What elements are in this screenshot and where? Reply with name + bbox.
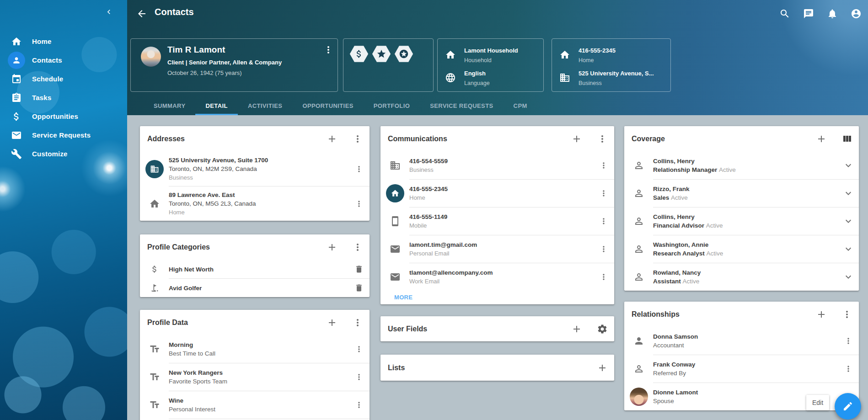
communication-row[interactable]: 416-554-5559 Business xyxy=(380,152,614,179)
more-vert-icon[interactable] xyxy=(354,165,364,174)
add-icon[interactable] xyxy=(816,309,827,320)
language-row[interactable]: English Language xyxy=(438,66,543,89)
sidebar-item-tasks[interactable]: Tasks xyxy=(0,88,127,107)
more-vert-icon[interactable] xyxy=(354,345,364,354)
account-icon[interactable] xyxy=(851,8,862,19)
building-icon xyxy=(559,72,570,83)
profile-data-row[interactable]: New York Rangers Favorite Sports Team xyxy=(140,363,370,391)
tab-opportunities[interactable]: OPPORTUNITIES xyxy=(292,98,363,115)
communication-value: 416-554-5559 xyxy=(409,158,593,165)
gear-icon[interactable] xyxy=(597,324,608,335)
more-vert-icon[interactable] xyxy=(352,133,363,144)
more-vert-icon[interactable] xyxy=(599,161,608,170)
delete-icon[interactable] xyxy=(354,265,364,274)
tab-detail[interactable]: DETAIL xyxy=(195,98,237,115)
more-vert-icon[interactable] xyxy=(354,372,364,382)
star-badge-icon[interactable] xyxy=(372,45,391,63)
profile-data-label: Personal Interest xyxy=(169,406,348,413)
communication-row[interactable]: tlamont@allencompany.com Work Email xyxy=(380,263,614,291)
delete-icon[interactable] xyxy=(354,283,364,292)
contact-avatar[interactable] xyxy=(141,47,161,67)
chevron-down-icon[interactable] xyxy=(843,271,854,282)
coverage-name: Rowland, Nancy xyxy=(653,269,838,276)
more-vert-icon[interactable] xyxy=(354,400,364,409)
household-row[interactable]: Lamont Household Household xyxy=(438,43,543,66)
chevron-down-icon[interactable] xyxy=(843,188,854,199)
profile-categories-card-header: Profile Categories xyxy=(140,234,370,260)
chevron-down-icon[interactable] xyxy=(843,244,854,255)
more-vert-icon[interactable] xyxy=(352,317,363,328)
more-vert-icon[interactable] xyxy=(844,336,853,346)
address-row[interactable]: 525 University Avenue, S... Business xyxy=(552,66,670,89)
profile-category-row[interactable]: Avid Golfer xyxy=(140,279,370,297)
sidebar-item-opportunities[interactable]: Opportunities xyxy=(0,107,127,126)
more-vert-icon[interactable] xyxy=(599,189,608,198)
tab-cpm[interactable]: CPM xyxy=(504,98,537,115)
more-vert-icon[interactable] xyxy=(841,309,852,320)
profile-data-row[interactable]: Morning Best Time to Call xyxy=(140,335,370,363)
add-icon[interactable] xyxy=(597,362,608,373)
wrench-icon xyxy=(8,145,25,163)
communication-row[interactable]: 416-555-2345 Home xyxy=(380,180,614,207)
sidebar-item-service-requests[interactable]: Service Requests xyxy=(0,126,127,144)
communication-value: tlamont@allencompany.com xyxy=(409,269,593,276)
home-icon xyxy=(559,49,570,60)
sidebar-item-label: Customize xyxy=(32,150,68,158)
tab-service-requests[interactable]: SERVICE REQUESTS xyxy=(420,98,503,115)
more-vert-icon[interactable] xyxy=(844,364,853,373)
sidebar-item-home[interactable]: Home xyxy=(0,32,127,51)
coverage-row[interactable]: Rowland, Nancy Assistant Active xyxy=(624,263,859,291)
more-vert-icon[interactable] xyxy=(599,272,608,282)
address-row[interactable]: 525 University Avenue, Suite 1700 Toront… xyxy=(140,152,370,186)
address-row[interactable]: 89 Lawrence Ave. East Toronto, ON, M5G 2… xyxy=(140,186,370,221)
columns-icon[interactable] xyxy=(841,133,852,144)
card-title: Addresses xyxy=(147,135,327,143)
add-icon[interactable] xyxy=(327,317,338,328)
add-icon[interactable] xyxy=(816,133,827,144)
star-circle-badge-icon[interactable] xyxy=(394,45,413,63)
communication-row[interactable]: 416-555-1149 Mobile xyxy=(380,207,614,235)
dollar-badge-icon[interactable] xyxy=(349,45,369,63)
status-badge: Active xyxy=(719,166,736,173)
relationship-row[interactable]: Donna Samson Accountant xyxy=(624,327,859,355)
coverage-row[interactable]: Rizzo, Frank Sales Active xyxy=(624,180,859,207)
relationships-card-header: Relationships xyxy=(624,302,859,327)
text-fields-icon xyxy=(149,372,160,383)
profile-data-row[interactable]: Wine Personal Interest xyxy=(140,391,370,419)
edit-fab-button[interactable] xyxy=(835,393,861,420)
more-link[interactable]: MORE xyxy=(380,291,614,301)
contact-menu-button[interactable] xyxy=(323,44,334,57)
notifications-icon[interactable] xyxy=(827,8,838,19)
more-vert-icon[interactable] xyxy=(352,242,363,253)
add-icon[interactable] xyxy=(327,242,338,253)
coverage-row[interactable]: Collins, Henry Financial Advisor Active xyxy=(624,207,859,235)
more-vert-icon[interactable] xyxy=(354,199,364,208)
back-button[interactable] xyxy=(136,8,147,21)
tab-summary[interactable]: SUMMARY xyxy=(144,98,195,115)
home-circle-icon xyxy=(386,184,404,202)
relationship-row[interactable]: Frank Conway Referred By xyxy=(624,355,859,383)
more-vert-icon[interactable] xyxy=(599,217,608,226)
add-icon[interactable] xyxy=(571,133,582,144)
sidebar-item-customize[interactable]: Customize xyxy=(0,144,127,163)
tab-portfolio[interactable]: PORTFOLIO xyxy=(364,98,420,115)
coverage-row[interactable]: Collins, Henry Relationship Manager Acti… xyxy=(624,152,859,179)
sidebar-item-label: Tasks xyxy=(32,94,51,101)
sidebar-item-schedule[interactable]: Schedule xyxy=(0,69,127,88)
communication-row[interactable]: lamont.tim@gmail.com Personal Email xyxy=(380,235,614,263)
add-icon[interactable] xyxy=(571,324,582,335)
tab-activities[interactable]: ACTIVITIES xyxy=(238,98,293,115)
coverage-row[interactable]: Washington, Annie Research Analyst Activ… xyxy=(624,235,859,263)
add-icon[interactable] xyxy=(327,133,338,144)
chat-icon[interactable] xyxy=(803,8,814,19)
sidebar-collapse-button[interactable] xyxy=(104,7,113,18)
role-text: Research Analyst xyxy=(653,250,705,257)
phone-row[interactable]: 416-555-2345 Home xyxy=(552,43,670,66)
chevron-down-icon[interactable] xyxy=(843,160,854,171)
chevron-down-icon[interactable] xyxy=(843,216,854,227)
sidebar-item-contacts[interactable]: Contacts xyxy=(0,51,127,69)
more-vert-icon[interactable] xyxy=(597,133,608,144)
more-vert-icon[interactable] xyxy=(599,245,608,254)
search-icon[interactable] xyxy=(779,8,790,19)
profile-category-row[interactable]: High Net Worth xyxy=(140,260,370,278)
